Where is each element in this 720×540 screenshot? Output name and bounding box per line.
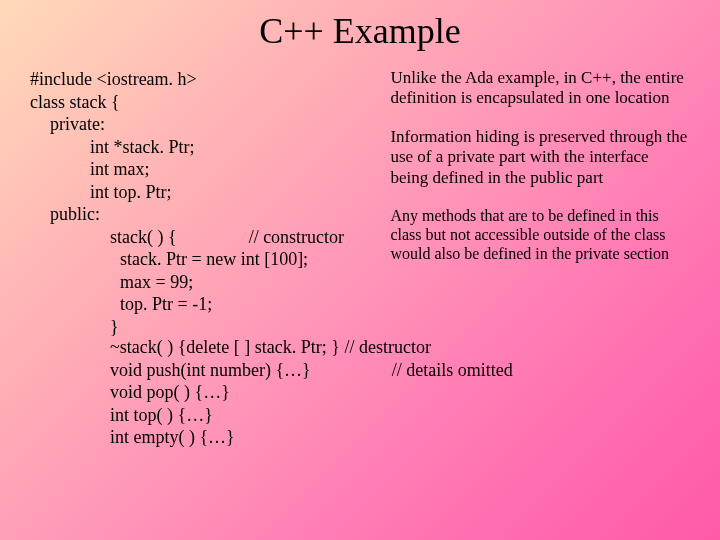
code-line: int empty( ) {…} — [30, 426, 690, 449]
code-line: int top( ) {…} — [30, 404, 690, 427]
note-paragraph: Any methods that are to be defined in th… — [390, 206, 690, 264]
code-line: int top. Ptr; — [30, 181, 386, 204]
code-full-width: ~stack( ) {delete [ ] stack. Ptr; } // d… — [30, 336, 690, 449]
note-paragraph: Unlike the Ada example, in C++, the enti… — [390, 68, 690, 109]
code-line: } — [30, 316, 386, 339]
code-spacer — [311, 360, 392, 380]
code-line: void pop( ) {…} — [30, 381, 690, 404]
note-paragraph: Information hiding is preserved through … — [390, 127, 690, 188]
code-line: top. Ptr = -1; — [30, 293, 386, 316]
code-line: max = 99; — [30, 271, 386, 294]
code-line: stack( ) { // constructor — [30, 226, 386, 249]
code-comment: // constructor — [249, 227, 344, 247]
slide: C++ Example #include <iostream. h> class… — [0, 0, 720, 540]
code-line: public: — [30, 203, 386, 226]
code-column: #include <iostream. h> class stack { pri… — [30, 68, 386, 338]
code-line: void push(int number) {…} // details omi… — [30, 359, 690, 382]
code-line: private: — [30, 113, 386, 136]
code-text: void push(int number) {…} — [110, 360, 311, 380]
code-line: #include <iostream. h> — [30, 68, 386, 91]
notes-column: Unlike the Ada example, in C++, the enti… — [386, 68, 690, 338]
content-row: #include <iostream. h> class stack { pri… — [30, 68, 690, 338]
code-spacer — [177, 227, 249, 247]
code-line: ~stack( ) {delete [ ] stack. Ptr; } // d… — [30, 336, 690, 359]
code-line: int max; — [30, 158, 386, 181]
code-line: int *stack. Ptr; — [30, 136, 386, 159]
code-comment: // details omitted — [392, 360, 513, 380]
code-line: stack. Ptr = new int [100]; — [30, 248, 386, 271]
code-text: stack( ) { — [110, 227, 177, 247]
slide-title: C++ Example — [30, 10, 690, 52]
code-line: class stack { — [30, 91, 386, 114]
